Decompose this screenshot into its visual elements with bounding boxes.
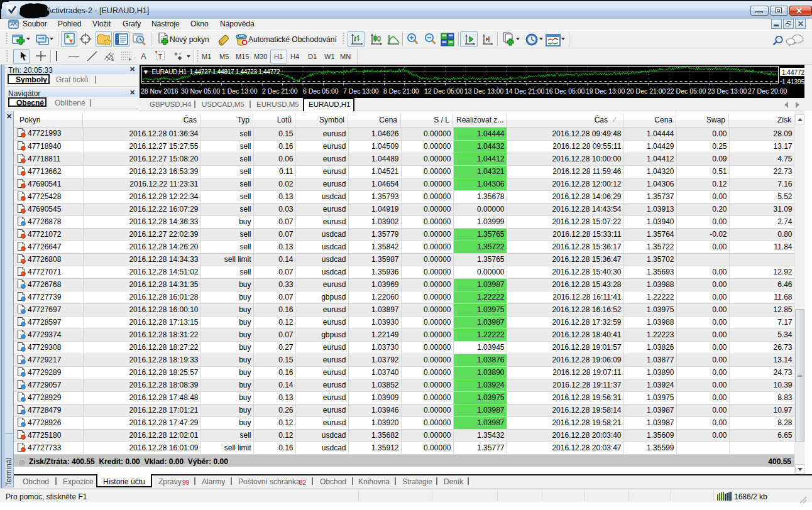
svg-text:E: E	[111, 57, 114, 62]
svg-text:T: T	[158, 53, 163, 60]
svg-text:F: F	[129, 57, 131, 62]
